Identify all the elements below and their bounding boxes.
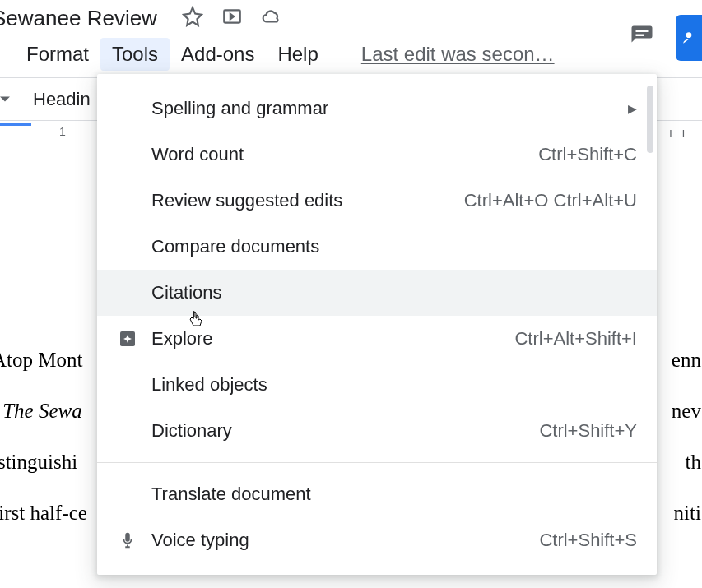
title-bar: Sewanee Review: [0, 0, 702, 36]
doc-text-fragment: the: [685, 438, 702, 487]
last-edit-link[interactable]: Last edit was secon…: [361, 43, 555, 66]
menu-item-label: Review suggested edits: [151, 190, 464, 211]
move-icon[interactable]: [221, 6, 243, 30]
menu-tools[interactable]: Tools: [100, 38, 170, 71]
menu-item-explore[interactable]: Explore Ctrl+Alt+Shift+I: [97, 316, 657, 362]
menu-item-voice-typing[interactable]: Voice typing Ctrl+Shift+S: [97, 517, 657, 563]
star-icon[interactable]: [182, 6, 203, 30]
submenu-arrow-icon: ▶: [628, 102, 637, 115]
ruler-mark-1: 1: [59, 125, 66, 138]
menu-item-shortcut: Ctrl+Alt+O Ctrl+Alt+U: [464, 190, 637, 211]
paragraph-style-dropdown[interactable]: Headin: [33, 89, 91, 110]
toolbar-prev-caret[interactable]: [0, 92, 10, 107]
right-controls: [625, 15, 702, 61]
menu-format[interactable]: Format: [15, 38, 100, 71]
menu-item-citations[interactable]: Citations: [97, 270, 657, 316]
menu-item-linked-objects[interactable]: Linked objects: [97, 362, 657, 408]
cloud-status-icon[interactable]: [261, 6, 282, 30]
comments-button[interactable]: [625, 19, 659, 57]
menu-item-shortcut: Ctrl+Shift+Y: [539, 420, 637, 442]
menu-item-word-count[interactable]: Word count Ctrl+Shift+C: [97, 132, 657, 178]
menu-item-shortcut: Ctrl+Shift+C: [538, 144, 637, 165]
menu-bar: Format Tools Add-ons Help Last edit was …: [0, 36, 702, 72]
menu-item-compare-docs[interactable]: Compare documents: [97, 224, 657, 270]
menu-item-label: Compare documents: [151, 236, 637, 257]
menu-item-review-suggested[interactable]: Review suggested edits Ctrl+Alt+O Ctrl+A…: [97, 178, 657, 224]
title-actions: [182, 6, 282, 30]
menu-item-label: Citations: [151, 282, 637, 303]
menu-divider: [97, 462, 657, 463]
menu-item-shortcut: Ctrl+Shift+S: [539, 530, 637, 551]
svg-point-3: [686, 32, 692, 38]
menu-item-label: Spelling and grammar: [151, 98, 628, 119]
mic-icon: [117, 530, 138, 551]
menu-item-translate[interactable]: Translate document: [97, 471, 657, 517]
doc-text-fragment: neve: [672, 387, 702, 436]
menu-item-label: Explore: [151, 328, 514, 350]
ruler-right-ticks: ı ı: [669, 126, 702, 139]
menu-item-label: Linked objects: [151, 374, 637, 396]
menu-addons[interactable]: Add-ons: [170, 38, 266, 71]
share-button[interactable]: [676, 15, 702, 61]
menu-item-label: Translate document: [151, 484, 637, 505]
tools-dropdown-menu: Spelling and grammar ▶ Word count Ctrl+S…: [97, 74, 657, 575]
doc-text-fragment: enne: [672, 336, 702, 385]
ruler-indent-marker[interactable]: [0, 123, 31, 126]
doc-text-fragment: istinguishi: [0, 438, 77, 487]
doc-text-fragment: Atop Mont: [0, 336, 82, 385]
menu-item-label: Dictionary: [151, 420, 539, 442]
document-title[interactable]: Sewanee Review: [0, 6, 157, 31]
menu-item-shortcut: Ctrl+Alt+Shift+I: [514, 328, 637, 350]
doc-text-fragment: nitie: [674, 488, 702, 538]
menu-help[interactable]: Help: [266, 38, 329, 71]
doc-text-fragment: first half-ce: [0, 488, 87, 538]
svg-rect-1: [636, 30, 649, 33]
menu-item-label: Word count: [151, 144, 538, 165]
menu-item-label: Voice typing: [151, 530, 539, 551]
doc-text-fragment: f The Sewa: [0, 387, 82, 436]
svg-rect-2: [636, 35, 644, 37]
explore-icon: [117, 328, 138, 350]
menu-item-spelling-grammar[interactable]: Spelling and grammar ▶: [97, 86, 657, 132]
menu-item-dictionary[interactable]: Dictionary Ctrl+Shift+Y: [97, 408, 657, 454]
